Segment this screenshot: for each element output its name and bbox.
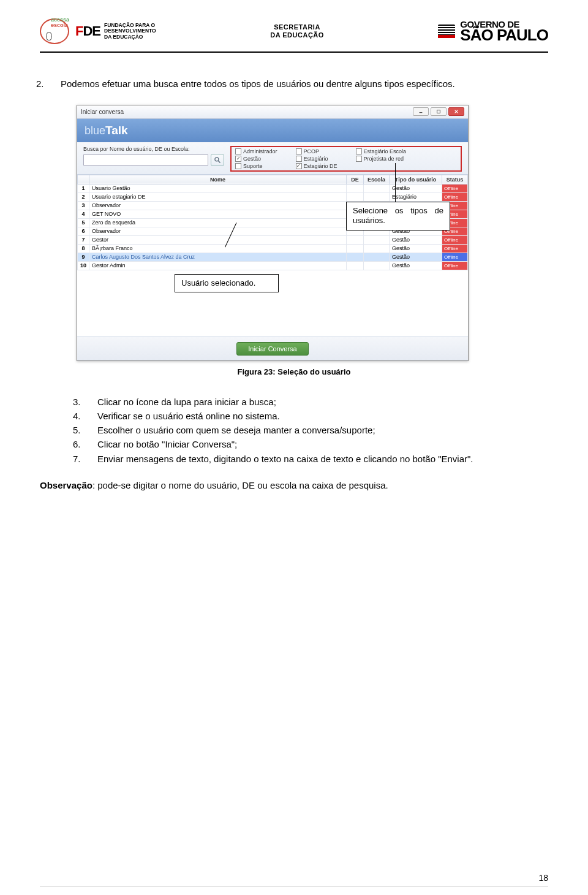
step-text: Escolher o usuário com quem se deseja ma… <box>97 425 375 435</box>
table-row[interactable]: 9Carlos Augusto Dos Santos Alvez da Cruz… <box>78 253 468 261</box>
step-item: 5.Escolher o usuário com quem se deseja … <box>97 423 548 437</box>
figure-23-wrap: Iniciar conversa blueTalk Busca por Nome… <box>77 105 548 361</box>
checkbox-projetista-de-red[interactable]: Projetista de red <box>356 156 407 162</box>
step-text: Clicar no ícone da lupa para iniciar a b… <box>97 397 276 407</box>
table-row[interactable]: 10Gestor AdminGestãoOffline <box>78 261 468 270</box>
checkbox-suporte[interactable]: Suporte <box>235 163 277 169</box>
row-nome: Usuario Gestão <box>89 184 347 192</box>
row-status: Offline <box>442 261 468 270</box>
table-row[interactable]: 7GestorGestãoOffline <box>78 235 468 244</box>
search-input[interactable] <box>83 154 208 166</box>
callout-connector <box>395 163 396 202</box>
row-de <box>347 261 364 270</box>
brand-bar: blueTalk <box>77 119 468 142</box>
checkbox-label: Suporte <box>243 163 263 169</box>
iniciar-conversa-button[interactable]: Iniciar Conversa <box>236 342 308 356</box>
search-button[interactable] <box>211 154 224 166</box>
row-status: Offline <box>442 192 468 201</box>
col-nome[interactable]: Nome <box>89 175 347 184</box>
row-nome: Zero da esquerda <box>89 218 347 227</box>
row-de <box>347 235 364 244</box>
row-nome: Observador <box>89 227 347 235</box>
row-tipo: Gestão <box>390 253 442 261</box>
table-row[interactable]: 1Usuario GestãoGestãoOffline <box>78 184 468 192</box>
col-tipo[interactable]: Tipo do usuário <box>390 175 442 184</box>
col-num[interactable] <box>78 175 89 184</box>
step-number: 4. <box>85 409 97 423</box>
svg-point-4 <box>215 157 219 161</box>
row-escola <box>364 253 390 261</box>
step-number: 7. <box>85 452 97 466</box>
row-nome: Usuario estagiario DE <box>89 192 347 201</box>
row-status: Offline <box>442 184 468 192</box>
row-status: Offline <box>442 235 468 244</box>
checkbox-administrador[interactable]: Administrador <box>235 148 277 154</box>
row-nome: GET NOVO <box>89 210 347 218</box>
row-tipo: Estagiário <box>390 192 442 201</box>
checkbox-gestão[interactable]: Gestão <box>235 156 277 162</box>
flag-icon <box>438 25 455 38</box>
step-number: 5. <box>85 423 97 437</box>
checkbox-estagiário[interactable]: Estagiário <box>296 156 337 162</box>
row-nome: Observador <box>89 201 347 210</box>
step-item: 4.Verificar se o usuário está online no … <box>97 409 548 423</box>
step-item: 6.Clicar no botão "Iniciar Conversa"; <box>97 437 548 451</box>
fde-subtitle: FUNDAÇÃO PARA O DESENVOLVIMENTO DA EDUCA… <box>104 23 156 40</box>
checkbox-label: Administrador <box>243 148 277 154</box>
checkbox-estagiário-escola[interactable]: Estagiário Escola <box>356 148 407 154</box>
header-logos: acessaescola FDE FUNDAÇÃO PARA O DESENVO… <box>40 18 548 53</box>
row-de <box>347 244 364 253</box>
callout-selected-user: Usuário selecionado. <box>175 274 279 293</box>
magnifier-icon <box>214 156 221 164</box>
window-titlebar: Iniciar conversa <box>77 105 468 119</box>
step-text: Clicar no botão "Iniciar Conversa"; <box>97 439 237 449</box>
table-row[interactable]: 2Usuario estagiario DEEstagiárioOffline <box>78 192 468 201</box>
step-number: 3. <box>85 395 97 409</box>
logo-secretaria: SECRETARIA DA EDUCAÇÃO <box>270 23 324 39</box>
logo-fde: FDE FUNDAÇÃO PARA O DESENVOLVIMENTO DA E… <box>75 23 156 40</box>
col-status[interactable]: Status <box>442 175 468 184</box>
minimize-button[interactable] <box>413 107 429 116</box>
checkbox-label: Estagiário DE <box>304 163 337 169</box>
col-escola[interactable]: Escola <box>364 175 390 184</box>
row-num: 5 <box>78 218 89 227</box>
steps-list: 3.Clicar no ícone da lupa para iniciar a… <box>85 395 548 466</box>
row-nome: Gestor <box>89 235 347 244</box>
row-num: 6 <box>78 227 89 235</box>
row-num: 3 <box>78 201 89 210</box>
row-nome: BÃ¡rbara Franco <box>89 244 347 253</box>
row-tipo: Gestão <box>390 244 442 253</box>
page-number: 18 <box>538 873 548 883</box>
step-item: 3.Clicar no ícone da lupa para iniciar a… <box>97 395 548 409</box>
step-number: 6. <box>85 437 97 451</box>
row-escola <box>364 244 390 253</box>
row-de <box>347 192 364 201</box>
row-tipo: Gestão <box>390 261 442 270</box>
col-de[interactable]: DE <box>347 175 364 184</box>
checkbox-estagiário-de[interactable]: Estagiário DE <box>296 163 337 169</box>
checkbox-label: PCOP <box>304 148 320 154</box>
checkbox-label: Estagiário <box>304 156 328 162</box>
step-text: Verificar se o usuário está online no si… <box>97 411 280 421</box>
row-num: 4 <box>78 210 89 218</box>
figure-caption: Figura 23: Seleção do usuário <box>40 367 548 376</box>
checkbox-icon <box>296 163 302 169</box>
window-title: Iniciar conversa <box>81 109 124 115</box>
row-tipo: Gestão <box>390 184 442 192</box>
row-status: Offline <box>442 244 468 253</box>
close-button[interactable] <box>448 107 464 116</box>
mouse-icon <box>46 32 52 40</box>
row-escola <box>364 184 390 192</box>
row-num: 10 <box>78 261 89 270</box>
footer-divider <box>40 886 548 886</box>
checkbox-label: Gestão <box>243 156 261 162</box>
row-num: 1 <box>78 184 89 192</box>
table-row[interactable]: 8BÃ¡rbara FrancoGestãoOffline <box>78 244 468 253</box>
maximize-button[interactable] <box>431 107 447 116</box>
row-tipo: Gestão <box>390 235 442 244</box>
row-de <box>347 184 364 192</box>
user-type-checkboxes: AdministradorGestãoSuporte PCOPEstagiári… <box>230 146 462 172</box>
checkbox-label: Estagiário Escola <box>364 148 407 154</box>
logo-acessa-escola: acessaescola <box>40 18 69 44</box>
checkbox-pcop[interactable]: PCOP <box>296 148 337 154</box>
